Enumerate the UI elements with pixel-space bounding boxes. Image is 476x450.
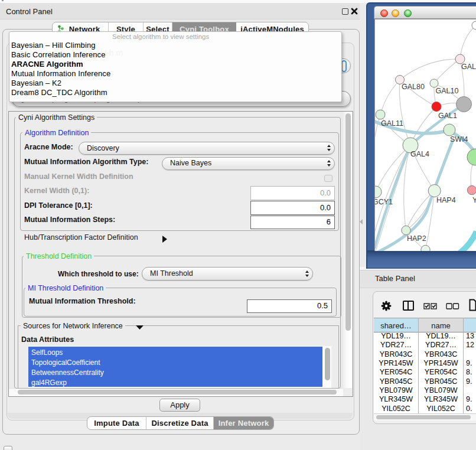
svg-text:YM: YM [472,196,476,204]
svg-text:GAL10: GAL10 [436,87,459,95]
svg-text:GAL1: GAL1 [438,112,457,120]
svg-text:HAP4: HAP4 [436,196,456,204]
svg-text:HAP2: HAP2 [407,234,426,243]
svg-text:GCY1: GCY1 [374,198,393,206]
svg-text:GAL11: GAL11 [381,119,403,128]
svg-text:GAL4: GAL4 [410,150,429,158]
svg-text:SWI4: SWI4 [450,135,468,144]
svg-text:GAL2: GAL2 [461,63,476,71]
svg-text:GAL80: GAL80 [402,83,425,91]
